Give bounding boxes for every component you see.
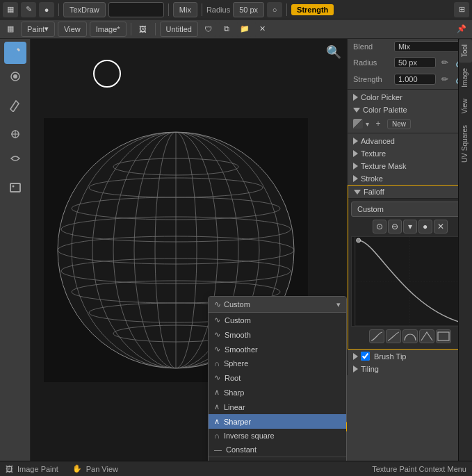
dropdown-item-8[interactable]: ∩ Inverse square — [209, 429, 346, 443]
brush-tip-triangle — [353, 353, 358, 360]
dropdown-item-5[interactable]: ∧ Sharp — [209, 385, 346, 400]
strength-edit-icon[interactable]: ✏ — [439, 73, 451, 85]
image-preview-icon[interactable]: 🖼 — [136, 22, 151, 37]
falloff-dropdown-icon[interactable]: ▾ — [403, 220, 417, 233]
falloff-header[interactable]: Falloff — [348, 186, 471, 199]
preset-smooth-btn[interactable] — [369, 329, 384, 343]
preset-sphere-btn[interactable] — [402, 329, 418, 343]
folder-icon[interactable]: 📁 — [237, 22, 252, 37]
item-icon-8: ∩ — [214, 432, 220, 440]
item-icon-2: ∿ — [214, 345, 220, 354]
blend-value[interactable]: Mix — [394, 41, 466, 52]
tool-erase[interactable] — [4, 95, 26, 117]
texture-mask-header[interactable]: Texture Mask — [348, 160, 472, 172]
item-icon-4: ∿ — [214, 373, 220, 382]
vtab-tool[interactable]: Tool — [459, 39, 472, 63]
color-palette-label: Color Palette — [363, 106, 407, 114]
falloff-label: Falloff — [364, 188, 384, 196]
tool-fill[interactable] — [4, 65, 26, 88]
strength-value-panel[interactable]: 1.000 — [394, 74, 436, 85]
falloff-section: Falloff Custom ⊙ ⊖ ▾ ● ✕ — [348, 185, 472, 350]
header-icon[interactable]: ▦ — [3, 22, 18, 37]
dropdown-item-3[interactable]: ∩ Sphere — [209, 356, 346, 370]
radius-icon[interactable]: ○ — [267, 2, 282, 17]
vtab-view[interactable]: View — [459, 93, 472, 120]
falloff-sym-icon[interactable]: ⊙ — [373, 220, 386, 233]
dropdown-footer: Curve Preset — [209, 457, 346, 461]
dropdown-item-6[interactable]: ∧ Linear — [209, 400, 346, 414]
vtab-uvsquares[interactable]: UV Squares — [459, 120, 472, 168]
item-label-0: Custom — [225, 316, 251, 325]
tool-smear[interactable] — [4, 147, 26, 170]
item-icon-5: ∧ — [214, 388, 220, 397]
sep5 — [131, 23, 131, 35]
preset-linear-btn[interactable] — [436, 329, 451, 343]
close-doc-icon[interactable]: ✕ — [255, 22, 270, 37]
maximize-icon[interactable]: ⊞ — [454, 2, 469, 17]
falloff-curve-svg — [352, 237, 468, 326]
pin-icon[interactable]: 📌 — [454, 22, 469, 37]
color-palette-header[interactable]: Color Palette — [348, 104, 472, 116]
tiling-header[interactable]: Tiling — [348, 363, 472, 375]
image-menu[interactable]: Image* — [90, 22, 127, 37]
item-label-5: Sharp — [224, 388, 244, 397]
grid-icon[interactable]: ▦ — [3, 2, 18, 17]
preset-sharp-btn[interactable] — [419, 329, 434, 343]
falloff-close-icon[interactable]: ✕ — [434, 220, 448, 233]
palette-add-icon[interactable]: + — [372, 117, 384, 130]
brush-name-input[interactable] — [108, 2, 164, 17]
falloff-dropdown: ∿ Custom ▾ ∿ Custom ∿ Smooth ∿ Smoother — [208, 296, 347, 461]
item-label-7: Sharper — [224, 418, 251, 426]
shield-icon[interactable]: 🛡 — [201, 22, 216, 37]
advanced-label: Advanced — [361, 137, 395, 145]
new-palette-btn[interactable]: New — [387, 119, 411, 129]
color-picker-header[interactable]: Color Picker — [348, 91, 472, 104]
copy-icon[interactable]: ⧉ — [219, 22, 234, 37]
dropdown-header[interactable]: ∿ Custom ▾ — [209, 297, 346, 313]
canvas-area[interactable]: 🔍 ✋ ∿ Custom ▾ ∿ Custom ∿ Smooth — [31, 39, 347, 461]
mode-dot[interactable]: ● — [39, 2, 54, 17]
falloff-minus-icon[interactable]: ⊖ — [388, 220, 402, 233]
advanced-header[interactable]: Advanced — [348, 135, 472, 147]
vtab-image[interactable]: Image — [459, 63, 472, 93]
dropdown-item-4[interactable]: ∿ Root — [209, 370, 346, 385]
brush-tip-checkbox[interactable] — [361, 352, 370, 361]
falloff-dot-icon[interactable]: ● — [418, 220, 432, 233]
dropdown-item-2[interactable]: ∿ Smoother — [209, 342, 346, 356]
color-palette-triangle — [353, 108, 360, 113]
color-picker-label: Color Picker — [361, 93, 402, 101]
falloff-graph[interactable] — [351, 236, 469, 327]
texture-header[interactable]: Texture — [348, 147, 472, 160]
paint-menu[interactable]: Paint ▾ — [21, 22, 55, 37]
dropdown-arrow-indicator — [346, 422, 347, 432]
radius-value[interactable]: 50 px — [233, 2, 264, 17]
radius-value-panel[interactable]: 50 px — [394, 57, 436, 68]
falloff-type-select[interactable]: Custom — [351, 202, 469, 217]
tool-image[interactable] — [4, 177, 26, 199]
tool-clone[interactable] — [4, 124, 26, 146]
blend-label: Blend — [353, 42, 391, 51]
texdraw-btn[interactable]: TexDraw — [63, 2, 106, 17]
doc-title[interactable]: Untitled — [160, 22, 198, 37]
stroke-header[interactable]: Stroke — [348, 172, 472, 185]
dropdown-item-0[interactable]: ∿ Custom — [209, 313, 346, 327]
dropdown-item-9[interactable]: — Constant — [209, 443, 346, 457]
sep4 — [286, 3, 287, 16]
view-menu[interactable]: View — [58, 22, 87, 37]
dropdown-item-1[interactable]: ∿ Smooth — [209, 327, 346, 342]
status-bar: 🖼 Image Paint ✋ Pan View Texture Paint C… — [0, 461, 472, 476]
sep2 — [168, 3, 169, 16]
blend-select[interactable]: Mix — [173, 2, 197, 17]
tiling-label: Tiling — [361, 365, 379, 373]
dropdown-item-7[interactable]: ∧ Sharper — [209, 414, 346, 429]
brush-tip-header[interactable]: Brush Tip — [348, 350, 472, 363]
brush-icon[interactable]: ✎ — [21, 2, 36, 17]
strength-highlight[interactable]: Strength — [291, 4, 334, 15]
radius-edit-icon[interactable]: ✏ — [439, 56, 451, 69]
tool-draw[interactable] — [4, 42, 26, 64]
svg-point-7 — [12, 186, 14, 188]
main-content: 🔍 ✋ ∿ Custom ▾ ∿ Custom ∿ Smooth — [0, 39, 472, 461]
preset-smoother-btn[interactable] — [386, 329, 401, 343]
palette-arrow[interactable]: ▾ — [366, 120, 369, 128]
zoom-icon[interactable]: 🔍 — [326, 44, 341, 60]
